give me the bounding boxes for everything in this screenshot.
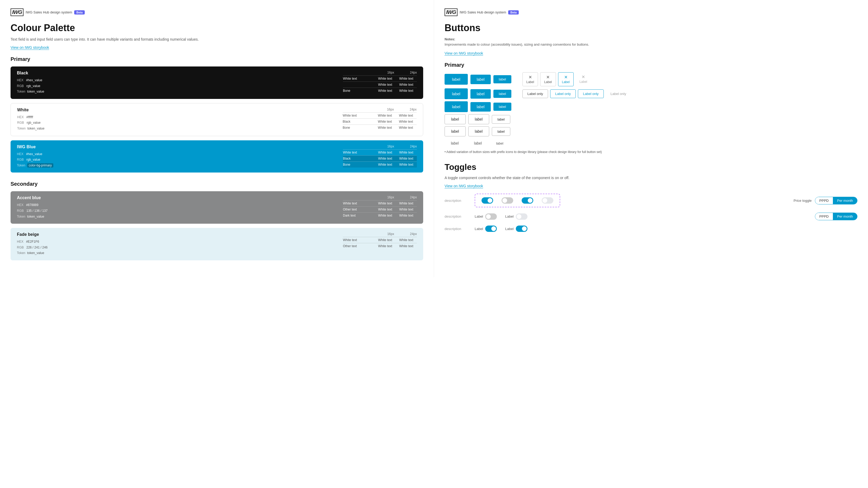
btn-primary-md-2[interactable]: label	[470, 89, 491, 99]
btn-icon-4[interactable]: ✕ Label	[576, 72, 591, 86]
x-icon-1: ✕	[528, 75, 532, 80]
colour-accent-meta: HEX #878889 RGB 135 / 136 / 137 Token to…	[17, 202, 48, 220]
price-toggle-section: Price toggle PPPD Per month	[794, 197, 858, 204]
btn-outline-lg-1[interactable]: label	[444, 114, 466, 124]
btn-outline-md-2[interactable]: label	[468, 126, 490, 136]
toggle-group-2: Label Label	[475, 214, 527, 220]
pppd-pill-1[interactable]: PPPD	[815, 197, 833, 204]
toggle-track-on-1	[482, 197, 493, 204]
colour-accent-table: 16px24px White text White text White tex…	[343, 195, 417, 219]
btn-primary-md-3[interactable]: label	[470, 102, 491, 111]
right-page-title: Buttons	[444, 23, 858, 33]
price-toggle-label: Price toggle	[794, 199, 812, 203]
right-beta-badge: Beta	[508, 10, 519, 14]
btn-primary-lg-2[interactable]: label	[444, 88, 468, 99]
toggle-label-3a: Label	[475, 227, 483, 231]
toggle-on-1[interactable]	[482, 197, 493, 204]
toggles-desc: A toggle component controls whether the …	[444, 175, 858, 181]
toggle-label-1a: Label	[475, 215, 483, 219]
btn-row-2: label label label Label only Label only …	[444, 88, 858, 99]
btn-icon-2[interactable]: ✕ Label	[540, 72, 556, 86]
left-header: IWG IWG Sales Hub design system Beta	[10, 8, 423, 16]
label-only-1[interactable]: Label only	[522, 90, 548, 98]
btn-row-outline-2: label label label	[444, 126, 858, 136]
toggle-with-label-1: Label	[475, 214, 497, 220]
left-storybook-link[interactable]: View on IWG storybook	[10, 45, 49, 50]
primary-colours-section: Primary Black HEX #hex_value RGB rgb_val…	[10, 56, 423, 172]
btn-primary-sm-1[interactable]: label	[493, 75, 511, 84]
toggles-title: Toggles	[444, 162, 858, 172]
btn-ghost-sm-1[interactable]: label	[491, 139, 508, 148]
toggle-group-3: Label Label	[475, 226, 527, 232]
btn-primary-lg-1[interactable]: label	[444, 74, 468, 85]
toggle-track-on-2	[522, 197, 533, 204]
toggle-track-off-2	[542, 197, 553, 204]
x-icon-3: ✕	[564, 75, 567, 80]
toggle-label-switch-4[interactable]	[516, 226, 527, 232]
price-toggle-pill-group[interactable]: PPPD Per month	[815, 197, 858, 204]
toggle-thumb-label-4	[522, 226, 527, 231]
btn-outline-sm-2[interactable]: label	[492, 127, 510, 136]
icon-btn-group: ✕ Label ✕ Label ✕ Label ✕ Label	[522, 72, 591, 86]
toggles-storybook-link[interactable]: View on IWG storybook	[444, 184, 483, 188]
btn-primary-md-1[interactable]: label	[470, 75, 491, 84]
btn-row-1: label label label ✕ Label ✕ Label ✕	[444, 72, 858, 86]
toggle-off-2[interactable]	[542, 197, 553, 204]
per-month-pill-1[interactable]: Per month	[833, 197, 857, 204]
btn-outline-md-1[interactable]: label	[468, 114, 490, 124]
btn-icon-label-3: Label	[562, 80, 570, 84]
btn-row-outline-1: label label label	[444, 114, 858, 124]
label-only-2[interactable]: Label only	[550, 90, 576, 98]
colour-white: White HEX #ffffff RGB rgb_value Token to…	[10, 103, 423, 136]
left-header-title: IWG Sales Hub design system	[26, 10, 72, 14]
label-only-group: Label only Label only Label only Label o…	[522, 90, 631, 98]
toggle-desc-2: description	[444, 215, 468, 219]
toggle-label-2a: Label	[505, 215, 514, 219]
toggle-off-1[interactable]	[502, 197, 513, 204]
label-only-4[interactable]: Label only	[606, 90, 631, 98]
toggle-group-1	[475, 194, 560, 207]
colour-black: Black HEX #hex_value RGB rgb_value Token…	[10, 66, 423, 99]
btn-outline-sm-1[interactable]: label	[492, 115, 510, 124]
toggle-with-label-2: Label	[505, 214, 527, 220]
per-month-pill-2[interactable]: Per month	[833, 213, 857, 220]
btn-primary-sm-2[interactable]: label	[493, 90, 511, 98]
btn-primary-lg-3[interactable]: label	[444, 101, 468, 112]
btn-outline-lg-2[interactable]: label	[444, 126, 466, 136]
toggle-with-label-4: Label	[505, 226, 527, 232]
btn-primary-sm-3[interactable]: label	[493, 103, 511, 111]
right-storybook-link[interactable]: View on IWG storybook	[444, 51, 483, 56]
toggle-label-switch-1[interactable]	[485, 214, 497, 220]
colour-iwg-blue: IWG Blue HEX #hex_value RGB rgb_value To…	[10, 140, 423, 173]
colour-black-meta: HEX #hex_value RGB rgb_value Token token…	[17, 77, 44, 95]
pppd-pill-2[interactable]: PPPD	[815, 213, 833, 220]
label-only-3[interactable]: Label only	[578, 90, 603, 98]
colour-white-meta: HEX #ffffff RGB rgb_value Token token_va…	[17, 115, 44, 132]
colour-white-table: 16px24px White text White text White tex…	[343, 108, 416, 131]
colour-white-name: White	[17, 108, 44, 112]
colour-accent-name: Accent blue	[17, 195, 48, 200]
secondary-colours-section: Secondary Accent blue HEX #878889 RGB 13…	[10, 181, 423, 260]
buttons-notes: Notes: Improvements made to colour (acce…	[444, 37, 858, 47]
toggle-label-switch-3[interactable]	[485, 226, 497, 232]
notes-label: Notes:	[444, 37, 455, 41]
toggle-dashed-box	[475, 194, 560, 207]
toggle-thumb-on-2	[528, 198, 532, 203]
btn-ghost-lg-1[interactable]: label	[444, 138, 465, 148]
toggle-row-2: description Label Label	[444, 213, 858, 220]
btn-row-3: label label label	[444, 101, 858, 112]
colour-accent-blue: Accent blue HEX #878889 RGB 135 / 136 / …	[10, 191, 423, 224]
price-toggle-pill-group-2[interactable]: PPPD Per month	[815, 213, 858, 220]
btn-icon-label-1: Label	[526, 80, 534, 84]
colour-black-name: Black	[17, 71, 44, 75]
btn-icon-3[interactable]: ✕ Label	[558, 72, 574, 86]
btn-note: • Added variation of button sizes with p…	[444, 150, 858, 154]
toggle-with-label-3: Label	[475, 226, 497, 232]
btn-ghost-md-1[interactable]: label	[468, 138, 488, 148]
toggles-section: Toggles A toggle component controls whet…	[444, 162, 858, 232]
toggle-on-2[interactable]	[522, 197, 533, 204]
btn-icon-1[interactable]: ✕ Label	[522, 72, 538, 86]
toggle-label-switch-2[interactable]	[516, 214, 527, 220]
buttons-primary-section: Primary label label label ✕ Label ✕ Labe…	[444, 62, 858, 154]
logo-left: IWG	[10, 8, 24, 16]
